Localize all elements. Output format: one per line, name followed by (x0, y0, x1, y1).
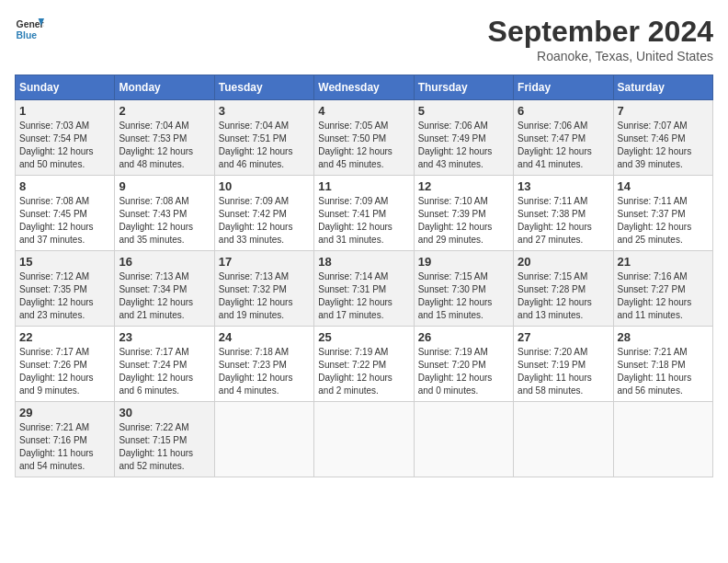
calendar-cell: 8 Sunrise: 7:08 AMSunset: 7:45 PMDayligh… (16, 176, 115, 251)
day-info: Sunrise: 7:06 AMSunset: 7:47 PMDaylight:… (518, 120, 609, 171)
day-info: Sunrise: 7:04 AMSunset: 7:53 PMDaylight:… (119, 120, 210, 171)
calendar-week-4: 22 Sunrise: 7:17 AMSunset: 7:26 PMDaylig… (16, 327, 713, 402)
calendar-cell: 19 Sunrise: 7:15 AMSunset: 7:30 PMDaylig… (414, 251, 513, 327)
calendar-cell: 6 Sunrise: 7:06 AMSunset: 7:47 PMDayligh… (514, 100, 613, 176)
calendar-cell (514, 402, 613, 477)
day-number: 12 (418, 179, 509, 193)
weekday-header-friday: Friday (514, 75, 613, 100)
day-info: Sunrise: 7:16 AMSunset: 7:27 PMDaylight:… (618, 270, 709, 322)
calendar-cell: 21 Sunrise: 7:16 AMSunset: 7:27 PMDaylig… (613, 251, 712, 327)
day-info: Sunrise: 7:18 AMSunset: 7:23 PMDaylight:… (219, 346, 310, 397)
title-area: September 2024 Roanoke, Texas, United St… (488, 15, 713, 63)
calendar-cell: 22 Sunrise: 7:17 AMSunset: 7:26 PMDaylig… (16, 327, 115, 402)
month-title: September 2024 (488, 15, 713, 49)
logo-icon: General Blue (15, 15, 44, 44)
calendar-cell: 5 Sunrise: 7:06 AMSunset: 7:49 PMDayligh… (414, 100, 513, 176)
day-number: 8 (19, 179, 110, 193)
day-info: Sunrise: 7:09 AMSunset: 7:41 PMDaylight:… (318, 195, 409, 247)
day-number: 6 (518, 104, 609, 118)
day-info: Sunrise: 7:08 AMSunset: 7:45 PMDaylight:… (19, 195, 110, 247)
day-info: Sunrise: 7:05 AMSunset: 7:50 PMDaylight:… (318, 120, 409, 171)
calendar-cell: 16 Sunrise: 7:13 AMSunset: 7:34 PMDaylig… (115, 251, 214, 327)
day-info: Sunrise: 7:13 AMSunset: 7:32 PMDaylight:… (219, 270, 310, 322)
calendar-cell: 20 Sunrise: 7:15 AMSunset: 7:28 PMDaylig… (514, 251, 613, 327)
day-info: Sunrise: 7:06 AMSunset: 7:49 PMDaylight:… (418, 120, 509, 171)
calendar-cell: 30 Sunrise: 7:22 AMSunset: 7:15 PMDaylig… (115, 402, 214, 477)
day-number: 13 (518, 179, 609, 193)
calendar-cell (214, 402, 313, 477)
day-number: 3 (219, 104, 310, 118)
calendar-cell: 17 Sunrise: 7:13 AMSunset: 7:32 PMDaylig… (214, 251, 313, 327)
day-info: Sunrise: 7:17 AMSunset: 7:24 PMDaylight:… (119, 346, 210, 397)
day-number: 27 (518, 330, 609, 344)
day-info: Sunrise: 7:09 AMSunset: 7:42 PMDaylight:… (219, 195, 310, 247)
calendar-cell: 14 Sunrise: 7:11 AMSunset: 7:37 PMDaylig… (613, 176, 712, 251)
day-number: 16 (119, 255, 210, 269)
day-number: 10 (219, 179, 310, 193)
calendar-cell: 4 Sunrise: 7:05 AMSunset: 7:50 PMDayligh… (314, 100, 414, 176)
calendar-cell: 3 Sunrise: 7:04 AMSunset: 7:51 PMDayligh… (214, 100, 313, 176)
day-number: 19 (418, 255, 509, 269)
svg-text:Blue: Blue (17, 30, 38, 40)
day-info: Sunrise: 7:13 AMSunset: 7:34 PMDaylight:… (119, 270, 210, 322)
weekday-header-sunday: Sunday (16, 75, 115, 100)
day-number: 25 (318, 330, 409, 344)
calendar-cell: 18 Sunrise: 7:14 AMSunset: 7:31 PMDaylig… (314, 251, 414, 327)
calendar-week-3: 15 Sunrise: 7:12 AMSunset: 7:35 PMDaylig… (16, 251, 713, 327)
weekday-header-tuesday: Tuesday (214, 75, 313, 100)
calendar-cell: 25 Sunrise: 7:19 AMSunset: 7:22 PMDaylig… (314, 327, 414, 402)
calendar-cell: 29 Sunrise: 7:21 AMSunset: 7:16 PMDaylig… (16, 402, 115, 477)
day-number: 2 (119, 104, 210, 118)
calendar-week-2: 8 Sunrise: 7:08 AMSunset: 7:45 PMDayligh… (16, 176, 713, 251)
day-number: 29 (19, 406, 110, 419)
day-number: 14 (618, 179, 709, 193)
day-number: 30 (119, 406, 210, 419)
day-number: 26 (418, 330, 509, 344)
day-info: Sunrise: 7:15 AMSunset: 7:30 PMDaylight:… (418, 270, 509, 322)
calendar-cell: 7 Sunrise: 7:07 AMSunset: 7:46 PMDayligh… (613, 100, 712, 176)
day-number: 20 (518, 255, 609, 269)
day-info: Sunrise: 7:08 AMSunset: 7:43 PMDaylight:… (119, 195, 210, 247)
calendar-cell: 10 Sunrise: 7:09 AMSunset: 7:42 PMDaylig… (214, 176, 313, 251)
calendar-cell: 24 Sunrise: 7:18 AMSunset: 7:23 PMDaylig… (214, 327, 313, 402)
day-info: Sunrise: 7:07 AMSunset: 7:46 PMDaylight:… (618, 120, 709, 171)
day-info: Sunrise: 7:12 AMSunset: 7:35 PMDaylight:… (19, 270, 110, 322)
day-info: Sunrise: 7:19 AMSunset: 7:22 PMDaylight:… (318, 346, 409, 397)
calendar-table: SundayMondayTuesdayWednesdayThursdayFrid… (15, 75, 713, 477)
calendar-week-1: 1 Sunrise: 7:03 AMSunset: 7:54 PMDayligh… (16, 100, 713, 176)
calendar-cell: 26 Sunrise: 7:19 AMSunset: 7:20 PMDaylig… (414, 327, 513, 402)
day-number: 23 (119, 330, 210, 344)
calendar-cell: 1 Sunrise: 7:03 AMSunset: 7:54 PMDayligh… (16, 100, 115, 176)
calendar-cell (314, 402, 414, 477)
weekday-header-saturday: Saturday (613, 75, 712, 100)
day-info: Sunrise: 7:10 AMSunset: 7:39 PMDaylight:… (418, 195, 509, 247)
day-number: 7 (618, 104, 709, 118)
day-number: 17 (219, 255, 310, 269)
calendar-cell: 23 Sunrise: 7:17 AMSunset: 7:24 PMDaylig… (115, 327, 214, 402)
day-info: Sunrise: 7:22 AMSunset: 7:15 PMDaylight:… (119, 421, 210, 473)
page-header: General Blue September 2024 Roanoke, Tex… (15, 15, 713, 63)
day-info: Sunrise: 7:21 AMSunset: 7:16 PMDaylight:… (19, 421, 110, 473)
day-number: 1 (19, 104, 110, 118)
day-number: 11 (318, 179, 409, 193)
day-info: Sunrise: 7:11 AMSunset: 7:37 PMDaylight:… (618, 195, 709, 247)
weekday-header-thursday: Thursday (414, 75, 513, 100)
calendar-cell: 2 Sunrise: 7:04 AMSunset: 7:53 PMDayligh… (115, 100, 214, 176)
day-info: Sunrise: 7:15 AMSunset: 7:28 PMDaylight:… (518, 270, 609, 322)
day-number: 22 (19, 330, 110, 344)
location-subtitle: Roanoke, Texas, United States (488, 49, 713, 63)
calendar-cell (414, 402, 513, 477)
day-info: Sunrise: 7:14 AMSunset: 7:31 PMDaylight:… (318, 270, 409, 322)
day-number: 9 (119, 179, 210, 193)
day-number: 18 (318, 255, 409, 269)
calendar-cell (613, 402, 712, 477)
weekday-header-monday: Monday (115, 75, 214, 100)
weekday-header-wednesday: Wednesday (314, 75, 414, 100)
day-info: Sunrise: 7:11 AMSunset: 7:38 PMDaylight:… (518, 195, 609, 247)
day-info: Sunrise: 7:19 AMSunset: 7:20 PMDaylight:… (418, 346, 509, 397)
day-info: Sunrise: 7:20 AMSunset: 7:19 PMDaylight:… (518, 346, 609, 397)
day-number: 4 (318, 104, 409, 118)
day-number: 24 (219, 330, 310, 344)
calendar-cell: 27 Sunrise: 7:20 AMSunset: 7:19 PMDaylig… (514, 327, 613, 402)
calendar-cell: 12 Sunrise: 7:10 AMSunset: 7:39 PMDaylig… (414, 176, 513, 251)
